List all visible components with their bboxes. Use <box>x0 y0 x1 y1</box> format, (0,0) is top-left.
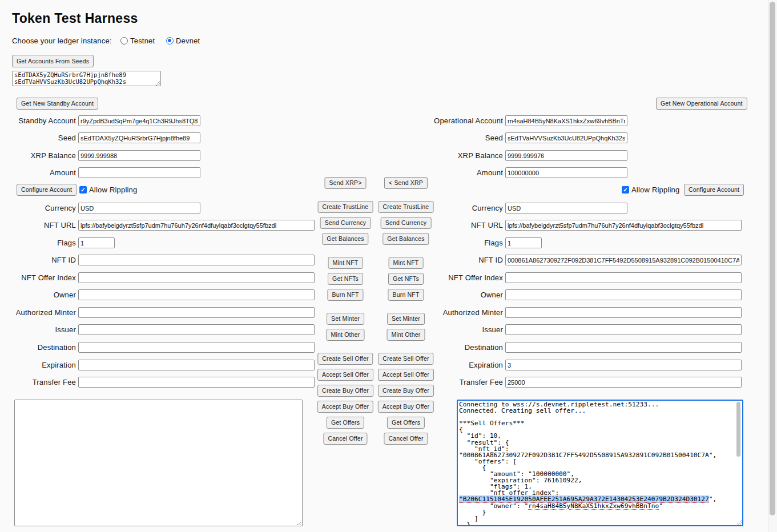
standby-get-balances-button[interactable]: Get Balances <box>322 233 368 245</box>
operational-destination-input[interactable] <box>505 342 742 353</box>
standby-authorized-minter-label: Authorized Minter <box>0 307 76 318</box>
standby-issuer-input[interactable] <box>78 324 315 335</box>
standby-burn-nft-button[interactable]: Burn NFT <box>327 289 363 301</box>
standby-issuer-label: Issuer <box>0 324 76 335</box>
standby-cancel-offer-button[interactable]: Cancel Offer <box>323 433 367 445</box>
operational-authorized-minter-label: Authorized Minter <box>371 307 503 318</box>
operational-expiration-input[interactable] <box>505 360 742 370</box>
operational-flags-input[interactable] <box>505 237 542 248</box>
standby-mint-other-button[interactable]: Mint Other <box>326 329 364 341</box>
standby-set-minter-button[interactable]: Set Minter <box>327 313 364 325</box>
standby-account-input[interactable] <box>78 115 200 126</box>
operational-transfer-fee-label: Transfer Fee <box>371 377 503 388</box>
operational-currency-input[interactable] <box>505 203 627 213</box>
standby-results-textarea[interactable] <box>14 400 303 526</box>
operational-get-offers-button[interactable]: Get Offers <box>387 417 425 429</box>
standby-transfer-fee-input[interactable] <box>78 377 315 388</box>
standby-create-trustline-button[interactable]: Create TrustLine <box>318 201 373 213</box>
standby-owner-input[interactable] <box>78 289 315 300</box>
standby-amount-label: Amount <box>0 167 76 178</box>
operational-accept-buy-offer-button[interactable]: Accept Buy Offer <box>378 401 434 413</box>
standby-currency-input[interactable] <box>78 203 200 213</box>
operational-authorized-minter-input[interactable] <box>505 307 742 318</box>
standby-get-nfts-button[interactable]: Get NFTs <box>328 273 363 285</box>
operational-seed-input[interactable] <box>505 132 627 143</box>
standby-amount-input[interactable] <box>78 167 200 178</box>
standby-create-buy-offer-button[interactable]: Create Buy Offer <box>317 385 373 397</box>
standby-nft-offer-index-input[interactable] <box>78 272 315 283</box>
standby-xrp-balance-input[interactable] <box>78 150 200 161</box>
operational-flags-label: Flags <box>371 237 503 248</box>
standby-nft-id-label: NFT ID <box>0 255 76 265</box>
results-scrollbar-thumb[interactable] <box>736 402 740 457</box>
standby-accept-buy-offer-button[interactable]: Accept Buy Offer <box>317 401 373 413</box>
seeds-textarea[interactable]: sEdTDAX5yZQHuRSrbrG7Hjpjn8fhe89 sEdTVaHV… <box>12 71 161 86</box>
get-new-standby-account-button[interactable]: Get New Standby Account <box>17 98 98 110</box>
token-test-harness-page: Token Test Harness Choose your ledger in… <box>0 0 777 532</box>
page-title: Token Test Harness <box>12 11 138 26</box>
standby-seed-label: Seed <box>0 132 76 143</box>
operational-nft-url-label: NFT URL <box>371 220 503 231</box>
operational-nft-url-input[interactable] <box>505 220 742 231</box>
operational-send-xrp-button[interactable]: < Send XRP <box>384 177 428 189</box>
standby-transfer-fee-label: Transfer Fee <box>0 377 76 388</box>
standby-allow-rippling-label: Allow Rippling <box>89 186 137 195</box>
results-log-text: Connecting to wss://s.devnet.rippletest.… <box>458 401 742 526</box>
standby-expiration-input[interactable] <box>78 360 315 370</box>
standby-accept-sell-offer-button[interactable]: Accept Sell Offer <box>317 369 373 381</box>
log-text: Connecting to wss://s.devnet.rippletest.… <box>459 401 716 497</box>
standby-allow-rippling-checkbox[interactable]: ✓ <box>79 186 87 194</box>
standby-mint-nft-button[interactable]: Mint NFT <box>328 257 363 269</box>
operational-xrp-balance-label: XRP Balance <box>371 150 503 161</box>
standby-authorized-minter-input[interactable] <box>78 307 315 318</box>
operational-issuer-input[interactable] <box>505 324 742 335</box>
standby-flags-input[interactable] <box>78 237 115 248</box>
standby-account-label: Standby Account <box>0 115 76 126</box>
operational-cancel-offer-button[interactable]: Cancel Offer <box>384 433 428 445</box>
page-scrollbar[interactable] <box>768 0 777 532</box>
operational-allow-rippling-checkbox[interactable]: ✓ <box>622 186 629 194</box>
standby-flags-label: Flags <box>0 237 76 248</box>
operational-account-input[interactable] <box>505 115 627 126</box>
standby-xrp-balance-label: XRP Balance <box>0 150 76 161</box>
operational-nft-id-input[interactable] <box>505 255 742 265</box>
standby-nft-url-label: NFT URL <box>0 220 76 231</box>
standby-nft-url-input[interactable] <box>78 220 315 231</box>
page-scrollbar-thumb[interactable] <box>770 2 775 515</box>
operational-amount-input[interactable] <box>505 167 627 178</box>
standby-nft-offer-index-label: NFT Offer Index <box>0 272 76 283</box>
ledger-instance-label: Choose your ledger instance: <box>12 37 112 46</box>
standby-destination-input[interactable] <box>78 342 315 353</box>
operational-nft-offer-index-input[interactable] <box>505 272 742 283</box>
operational-allow-rippling-label: Allow Rippling <box>631 186 679 195</box>
operational-transfer-fee-input[interactable] <box>505 377 742 388</box>
standby-currency-label: Currency <box>0 203 76 213</box>
standby-destination-label: Destination <box>0 342 76 353</box>
operational-owner-input[interactable] <box>505 289 742 300</box>
standby-get-offers-button[interactable]: Get Offers <box>327 417 364 429</box>
operational-expiration-label: Expiration <box>371 360 503 370</box>
standby-send-currency-button[interactable]: Send Currency <box>320 217 371 229</box>
testnet-radio[interactable] <box>120 37 128 45</box>
devnet-radio[interactable] <box>166 37 174 45</box>
operational-seed-label: Seed <box>371 132 503 143</box>
standby-create-sell-offer-button[interactable]: Create Sell Offer <box>317 353 373 365</box>
operational-results-textarea[interactable]: Connecting to wss://s.devnet.rippletest.… <box>457 400 743 526</box>
operational-nft-offer-index-label: NFT Offer Index <box>371 272 503 283</box>
standby-expiration-label: Expiration <box>0 360 76 370</box>
standby-seed-input[interactable] <box>78 132 200 143</box>
operational-configure-account-button[interactable]: Configure Account <box>684 184 744 196</box>
operational-amount-label: Amount <box>371 167 503 178</box>
owner-address-text: rn4saH84B5yN8KaXS1hkxZxw69vhBBnTno <box>528 502 659 510</box>
standby-send-xrp-button[interactable]: Send XRP> <box>325 177 367 189</box>
standby-nft-id-input[interactable] <box>78 255 315 265</box>
operational-issuer-label: Issuer <box>371 324 503 335</box>
get-new-operational-account-button[interactable]: Get New Operational Account <box>656 98 747 110</box>
operational-currency-label: Currency <box>371 203 503 213</box>
operational-destination-label: Destination <box>371 342 503 353</box>
standby-configure-account-button[interactable]: Configure Account <box>17 184 77 196</box>
testnet-radio-label: Testnet <box>130 37 155 46</box>
devnet-radio-label: Devnet <box>176 37 200 46</box>
get-accounts-from-seeds-button[interactable]: Get Accounts From Seeds <box>12 55 94 67</box>
operational-xrp-balance-input[interactable] <box>505 150 627 161</box>
